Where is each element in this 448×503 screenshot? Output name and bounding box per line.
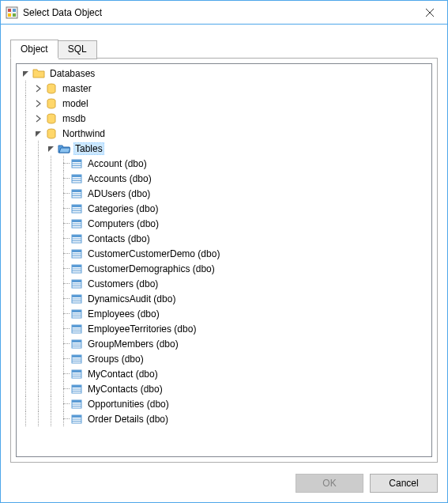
chevron-down-icon[interactable] <box>32 127 45 140</box>
svg-rect-64 <box>72 355 81 357</box>
svg-rect-12 <box>72 160 81 162</box>
folder-open-icon <box>58 142 70 155</box>
tab-panel: Databases master <box>10 58 438 463</box>
ok-button[interactable]: OK <box>296 474 363 493</box>
tree-label: Categories (dbo) <box>86 202 160 215</box>
table-icon <box>70 338 83 350</box>
tree-node-northwind[interactable]: Northwind <box>17 126 431 141</box>
tree-node-table[interactable]: MyContact (dbo) <box>17 366 431 381</box>
svg-rect-3 <box>8 13 11 17</box>
chevron-down-icon[interactable] <box>20 67 32 80</box>
tree-node-tables[interactable]: Tables <box>17 141 431 156</box>
table-icon <box>70 248 83 260</box>
table-icon <box>70 217 83 230</box>
tree-label: Account (dbo) <box>86 157 149 170</box>
tree-node-table[interactable]: Groups (dbo) <box>17 351 431 366</box>
chevron-down-icon[interactable] <box>45 142 58 155</box>
svg-rect-20 <box>72 190 81 192</box>
tree-label: MyContacts (dbo) <box>86 383 164 395</box>
tree-node-table[interactable]: Categories (dbo) <box>17 201 431 216</box>
database-icon <box>45 112 58 125</box>
tree-node-table[interactable]: MyContacts (dbo) <box>17 381 431 396</box>
tree-label: Computers (dbo) <box>86 217 160 230</box>
table-icon <box>70 172 83 185</box>
database-icon <box>45 97 58 110</box>
tree-node-table[interactable]: GroupMembers (dbo) <box>17 336 431 351</box>
tree-node-msdb[interactable]: msdb <box>17 111 431 126</box>
table-icon <box>70 157 83 170</box>
tree-node-model[interactable]: model <box>17 96 431 111</box>
table-icon <box>70 413 83 425</box>
tree-node-table[interactable]: Order Details (dbo) <box>17 411 431 426</box>
tree-node-table[interactable]: Computers (dbo) <box>17 216 431 231</box>
tree-node-table[interactable]: Customers (dbo) <box>17 276 431 291</box>
table-icon <box>70 323 83 335</box>
tree-label: model <box>61 97 90 110</box>
svg-rect-28 <box>72 220 81 222</box>
svg-rect-52 <box>72 310 81 312</box>
tree-node-table[interactable]: DynamicsAudit (dbo) <box>17 291 431 306</box>
tree-label: Accounts (dbo) <box>86 172 153 185</box>
tree-node-table[interactable]: Contacts (dbo) <box>17 231 431 246</box>
tree-label: Order Details (dbo) <box>86 413 170 425</box>
tree-label: Tables <box>73 142 104 155</box>
svg-rect-44 <box>72 280 81 282</box>
database-icon <box>45 82 58 95</box>
svg-rect-2 <box>13 9 16 12</box>
svg-rect-16 <box>72 175 81 177</box>
tree-label: EmployeeTerritories (dbo) <box>86 323 198 335</box>
tab-object-label: Object <box>21 43 48 55</box>
tree-label: Northwind <box>61 127 107 140</box>
tree-label: Opportunities (dbo) <box>86 398 171 410</box>
tree-label: DynamicsAudit (dbo) <box>86 293 177 305</box>
tree-label: Customers (dbo) <box>86 278 160 290</box>
svg-rect-48 <box>72 295 81 297</box>
tab-sql-label: SQL <box>68 43 87 55</box>
svg-rect-72 <box>72 385 81 388</box>
chevron-right-icon[interactable] <box>32 82 45 95</box>
svg-rect-32 <box>72 235 81 237</box>
table-icon <box>70 293 83 305</box>
chevron-right-icon[interactable] <box>32 97 45 110</box>
tree-node-table[interactable]: ADUsers (dbo) <box>17 186 431 201</box>
content-area: Object SQL Databases <box>1 25 447 502</box>
tree-label: Contacts (dbo) <box>86 233 152 245</box>
close-button[interactable] <box>412 1 447 24</box>
tab-object[interactable]: Object <box>10 40 58 59</box>
tree-label: Databases <box>48 67 96 80</box>
tab-sql[interactable]: SQL <box>58 40 97 59</box>
svg-rect-56 <box>72 325 81 327</box>
svg-rect-80 <box>72 415 81 418</box>
svg-rect-1 <box>8 9 11 12</box>
tree-node-table[interactable]: CustomerDemographics (dbo) <box>17 261 431 276</box>
tree-node-table[interactable]: Accounts (dbo) <box>17 171 431 186</box>
tree-node-table[interactable]: Employees (dbo) <box>17 306 431 321</box>
folder-icon <box>32 67 45 80</box>
tree-node-databases[interactable]: Databases <box>17 66 431 81</box>
table-icon <box>70 368 83 380</box>
tree-node-table[interactable]: Account (dbo) <box>17 156 431 171</box>
chevron-right-icon[interactable] <box>32 112 45 125</box>
tree-label: ADUsers (dbo) <box>86 187 152 200</box>
table-icon <box>70 383 83 395</box>
cancel-button[interactable]: Cancel <box>370 474 438 493</box>
tree-node-table[interactable]: EmployeeTerritories (dbo) <box>17 321 431 336</box>
tree-node-master[interactable]: master <box>17 81 431 96</box>
table-icon <box>70 263 83 275</box>
dialog-buttons: OK Cancel <box>10 463 438 493</box>
svg-rect-60 <box>72 340 81 342</box>
tree-label: CustomerCustomerDemo (dbo) <box>86 248 221 260</box>
table-icon <box>70 202 83 215</box>
table-icon <box>70 308 83 320</box>
tree-node-table[interactable]: Opportunities (dbo) <box>17 396 431 411</box>
tab-strip: Object SQL <box>10 40 438 59</box>
tree-label: master <box>61 82 93 95</box>
tree-view[interactable]: Databases master <box>16 63 432 457</box>
tree-label: MyContact (dbo) <box>86 368 160 380</box>
svg-rect-4 <box>13 13 16 17</box>
tree-node-table[interactable]: CustomerCustomerDemo (dbo) <box>17 246 431 261</box>
ok-button-label: OK <box>322 478 336 489</box>
table-icon <box>70 398 83 410</box>
table-icon <box>70 278 83 290</box>
svg-rect-40 <box>72 265 81 267</box>
